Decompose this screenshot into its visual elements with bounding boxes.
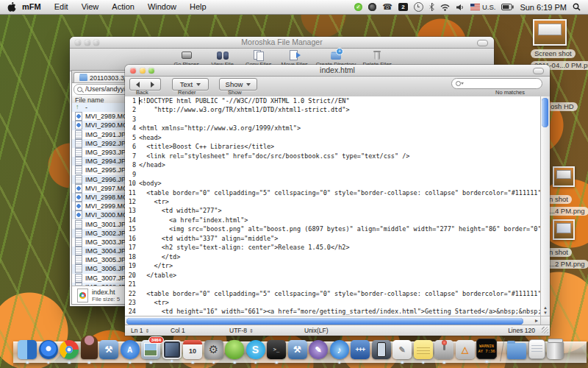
menu-item[interactable]: View (75, 0, 106, 14)
code-line: 2 "http://www.w3.org/TR/xhtml1/DTD/xhtml… (125, 105, 541, 114)
scroll-arrows[interactable]: ▲▼ (541, 305, 550, 316)
dock-icon-glyph: 10 (189, 347, 196, 355)
close-button[interactable] (130, 68, 136, 74)
dock-icon-glyph: ⚒ (293, 344, 301, 355)
bluetooth-icon[interactable] (429, 3, 434, 11)
line-indicator[interactable]: Ln 1 (131, 327, 149, 334)
file-type-icon (75, 247, 82, 255)
toolbar-icon (217, 49, 229, 60)
developer-tools-icon[interactable]: +++ (351, 340, 370, 359)
apple-menu-icon[interactable] (7, 2, 16, 13)
iphone-sim-icon[interactable] (372, 340, 391, 359)
screenshot-thumbnail (553, 219, 575, 240)
running-indicator (47, 361, 50, 364)
code-line: 22 <table border="0" cellpadding="5" cel… (125, 289, 541, 298)
zoom-button[interactable] (93, 40, 99, 46)
render-label: Render (178, 89, 196, 96)
itunes-icon[interactable]: ♪ (330, 340, 349, 359)
desktop-icon-screenshot-1[interactable]: Screen shot 2011-04...0 PM.png (531, 19, 569, 71)
line-number: 14 (125, 216, 139, 224)
toolbar-toggle-button[interactable] (477, 40, 488, 46)
stickies-icon[interactable] (414, 340, 433, 359)
system-prefs-icon[interactable]: ⚙ (204, 340, 223, 359)
running-indicator (233, 361, 236, 364)
file-type-icon (75, 193, 82, 202)
code-line: 7 <link rel="stylesheet" href="doc/src/b… (125, 152, 541, 160)
led-clock-icon[interactable]: WARNIN AY 7:36 (476, 339, 497, 359)
trash-icon[interactable] (547, 342, 564, 359)
terminal-icon[interactable]: >_ (267, 340, 286, 359)
menu-item[interactable]: Window (141, 0, 183, 14)
textedit-icon[interactable]: ✎ (392, 340, 412, 359)
line-number: 2 (125, 105, 139, 114)
search-status: No matches (495, 89, 525, 96)
app-store-icon[interactable]: A (121, 340, 140, 359)
update-ok-icon[interactable]: ✓ (354, 3, 362, 11)
code-line: 13 <td width="277"> (125, 206, 541, 215)
menu-item[interactable]: Action (105, 0, 141, 14)
desktop-icon-screenshot-3[interactable]: n shot ...2 PM.png (545, 219, 582, 269)
spotlight-icon[interactable] (573, 3, 581, 11)
wifi-icon[interactable] (440, 4, 450, 11)
adium-icon[interactable] (225, 340, 244, 359)
resize-grip[interactable] (542, 327, 548, 333)
scroll-right-arrow[interactable]: ▸ (535, 317, 538, 325)
documents-stack-icon[interactable] (528, 339, 545, 359)
desktop-icon-screenshot-2[interactable]: n shot ...4 PM.png (545, 166, 582, 216)
dock-icon-glyph: >_ (273, 347, 279, 353)
volume-icon[interactable] (456, 4, 465, 11)
xcode-icon[interactable]: ⚒ (99, 340, 118, 359)
menu-clock[interactable]: Sun 6:19 PM (520, 3, 567, 12)
skype-icon[interactable]: S (246, 340, 265, 359)
ical-icon[interactable]: 10 (183, 340, 202, 359)
dashcode-icon[interactable]: ✎ (309, 340, 328, 359)
desktop-icon-label: ...4 PM.png (545, 207, 588, 216)
input-source-menu[interactable]: U.S. (470, 3, 495, 11)
vertical-scroll-thumb[interactable] (542, 98, 548, 127)
file-type-icon (75, 238, 82, 247)
finder-icon[interactable] (18, 340, 37, 359)
running-indicator (171, 360, 173, 363)
close-button[interactable] (75, 40, 81, 46)
desktop-icon-macintosh-hd[interactable]: osh HD (547, 99, 578, 112)
camera-icon[interactable] (368, 3, 376, 11)
code-line: 12 <tr> (125, 197, 541, 206)
menu-item-app[interactable]: mFM (21, 0, 48, 14)
code-text: <body> (139, 179, 162, 188)
back-label: Back (136, 89, 148, 96)
menu-item[interactable]: Edit (48, 0, 75, 14)
editor-titlebar: index.html (125, 65, 550, 77)
code-editor-area[interactable]: 1 <!DOCTYPE html PUBLIC "-//W3C//DTD XHT… (125, 96, 541, 316)
game-character-icon[interactable] (81, 336, 98, 359)
encoding-selector[interactable]: UTF-8 (229, 327, 254, 334)
documents-folder-icon[interactable] (507, 343, 526, 359)
zoom-button[interactable] (148, 68, 154, 74)
switch-utility-icon[interactable] (434, 340, 453, 359)
search-input[interactable] (451, 78, 542, 89)
phone-icon[interactable]: ☎ (382, 3, 392, 11)
menu-status-area: ✓ ☎ 2 U.S. Sun 6:19 PM (354, 2, 588, 12)
menu-item[interactable]: Help (183, 0, 213, 14)
dock-divider[interactable] (499, 340, 506, 359)
battery-icon[interactable] (501, 4, 514, 10)
code-line: 10 <body> (125, 179, 541, 188)
vertical-scrollbar[interactable]: ▲▼ (540, 96, 550, 316)
safari-icon[interactable] (39, 340, 58, 359)
running-indicator (129, 361, 132, 364)
mail-photo-icon[interactable]: 3464 (141, 340, 160, 359)
horizontal-scroll-thumb[interactable] (126, 318, 523, 325)
code-line: 8 </head> (125, 160, 541, 169)
drafting-icon[interactable]: △ (456, 340, 475, 359)
xcode-tools-icon[interactable]: ⚒ (288, 340, 307, 359)
minimize-button[interactable] (140, 68, 146, 74)
iphoto-icon[interactable] (162, 340, 182, 359)
toolbar-toggle-button[interactable] (533, 68, 544, 74)
minimize-button[interactable] (85, 40, 90, 46)
dock-icon-glyph: S (252, 344, 259, 355)
code-line: 9 (125, 170, 541, 179)
code-text: "http://www.w3.org/TR/xhtml1/DTD/xhtml1-… (139, 105, 350, 114)
time-machine-icon[interactable] (414, 2, 423, 12)
count-badge-icon[interactable]: 2 (398, 3, 408, 11)
code-text: <html xmlns="http://www.w3.org/1999/xhtm… (139, 124, 301, 132)
chrome-icon[interactable] (60, 340, 79, 359)
